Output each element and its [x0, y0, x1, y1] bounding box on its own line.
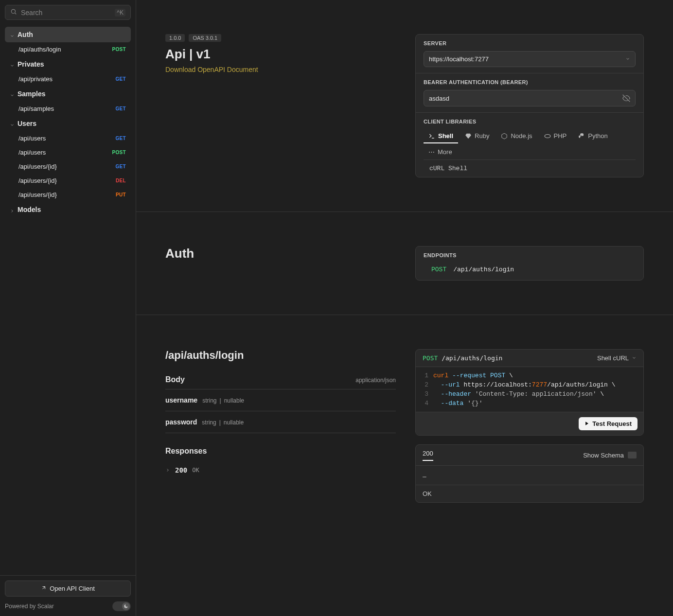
lib-tab-ruby[interactable]: Ruby	[460, 129, 494, 143]
sidebar-group-label: Privates	[18, 60, 44, 68]
sidebar-group-samples[interactable]: Samples	[5, 86, 131, 102]
server-label: SERVER	[424, 40, 636, 46]
method-badge: PUT	[116, 192, 126, 197]
sidebar-group-label: Samples	[18, 90, 46, 98]
sidebar-item[interactable]: /api/usersGET	[5, 131, 131, 145]
auth-label: BEARER AUTHENTICATION (BEARER)	[424, 79, 636, 85]
param-type: string|nullable	[202, 397, 244, 404]
code-line: 3 --header 'Content-Type: application/js…	[416, 389, 643, 399]
endpoints-label: ENDPOINTS	[416, 246, 643, 258]
method-badge: POST	[112, 47, 126, 52]
line-number: 1	[423, 372, 433, 379]
server-value: https://localhost:7277	[429, 55, 489, 63]
method-badge: GET	[116, 164, 126, 169]
open-api-client-label: Open API Client	[50, 585, 95, 592]
search-shortcut: ^K	[115, 9, 125, 17]
sidebar-item[interactable]: /api/users/{id}DEL	[5, 174, 131, 188]
sidebar-item[interactable]: /api/auths/loginPOST	[5, 42, 131, 56]
response-panel-code[interactable]: 200	[423, 450, 433, 461]
config-panel: SERVER https://localhost:7277 BEARER AUT…	[415, 34, 644, 177]
content-type: application/json	[355, 377, 396, 384]
sidebar-item-path: /api/users/{id}	[18, 177, 57, 184]
test-request-label: Test Request	[592, 420, 632, 427]
sidebar-item[interactable]: /api/privatesGET	[5, 72, 131, 86]
code-line: 2 --url https://localhost:7277/api/auths…	[416, 380, 643, 389]
code-line: 4 --data '{}'	[416, 399, 643, 408]
schema-icon	[628, 452, 637, 458]
oas-badge: OAS 3.0.1	[189, 34, 221, 42]
sidebar-item-path: /api/auths/login	[18, 46, 61, 53]
sidebar-group-models[interactable]: Models	[5, 202, 131, 217]
method-badge: POST	[112, 150, 126, 155]
code-block: 1curl --request POST \2 --url https://lo…	[416, 367, 643, 412]
response-code: 200	[175, 466, 187, 474]
auth-token-input[interactable]	[429, 95, 622, 102]
sidebar-group-auth[interactable]: Auth	[5, 27, 131, 42]
sidebar-item-path: /api/users/{id}	[18, 163, 57, 170]
svg-marker-5	[502, 133, 507, 139]
moon-icon	[122, 602, 130, 610]
response-body: …	[416, 466, 643, 485]
lib-tab-python[interactable]: Python	[573, 129, 612, 143]
lib-tab-php[interactable]: PHP	[539, 129, 572, 143]
sidebar-item[interactable]: /api/usersPOST	[5, 145, 131, 159]
main-content: 1.0.0 OAS 3.0.1 Api | v1 Download OpenAP…	[136, 0, 673, 616]
auth-section-title: Auth	[165, 246, 396, 261]
sidebar-nav: Auth/api/auths/loginPOSTPrivates/api/pri…	[0, 25, 136, 575]
search-icon	[10, 8, 17, 17]
sidebar-item[interactable]: /api/samplesGET	[5, 102, 131, 116]
lib-tab-nodejs[interactable]: Node.js	[496, 129, 537, 143]
php-icon	[544, 133, 551, 140]
request-lang-select[interactable]: Shell cURL	[597, 354, 637, 362]
sidebar-group-users[interactable]: Users	[5, 116, 131, 131]
ruby-icon	[465, 133, 472, 140]
api-title: Api | v1	[165, 47, 396, 62]
param-type: string|nullable	[202, 419, 244, 426]
method-badge: DEL	[116, 178, 126, 183]
response-panel: 200 Show Schema … OK	[415, 444, 644, 503]
endpoint-row[interactable]: POST /api/auths/login	[416, 261, 643, 280]
svg-marker-4	[465, 133, 471, 139]
test-request-button[interactable]: Test Request	[579, 417, 638, 430]
sidebar-item-path: /api/users	[18, 135, 46, 142]
method-badge: GET	[116, 76, 126, 82]
more-icon: ⋯	[428, 148, 435, 156]
response-row[interactable]: 200 OK	[165, 463, 396, 477]
lib-tab-more[interactable]: ⋯More	[424, 145, 457, 159]
open-external-icon	[41, 585, 47, 592]
chevron-right-icon	[165, 466, 170, 474]
request-path: /api/auths/login	[442, 354, 502, 362]
operation-title: /api/auths/login	[165, 349, 396, 362]
auth-group-section: Auth ENDPOINTS POST /api/auths/login	[136, 212, 673, 315]
sidebar-item[interactable]: /api/users/{id}GET	[5, 159, 131, 174]
sidebar-group-label: Models	[18, 206, 41, 213]
client-libs-tabs: ShellRubyNode.jsPHPPython⋯More	[424, 129, 636, 160]
open-api-client-button[interactable]: Open API Client	[5, 581, 131, 597]
search-box[interactable]: ^K	[5, 5, 131, 20]
svg-line-1	[15, 13, 17, 15]
download-openapi-link[interactable]: Download OpenAPI Document	[165, 66, 396, 73]
param-name: username	[165, 396, 197, 404]
server-select[interactable]: https://localhost:7277	[424, 51, 636, 67]
chevron-right-icon	[10, 207, 15, 212]
sidebar: ^K Auth/api/auths/loginPOSTPrivates/api/…	[0, 0, 136, 616]
sidebar-group-privates[interactable]: Privates	[5, 56, 131, 72]
sidebar-item-path: /api/users/{id}	[18, 191, 57, 198]
search-input[interactable]	[21, 9, 111, 17]
response-status-label: OK	[192, 467, 199, 474]
theme-toggle[interactable]	[112, 601, 131, 611]
chevron-down-icon	[10, 121, 15, 126]
response-status: OK	[416, 485, 643, 502]
lib-tab-shell[interactable]: Shell	[424, 129, 458, 143]
line-number: 3	[423, 390, 433, 398]
shell-icon	[428, 133, 435, 140]
method-badge: GET	[116, 106, 126, 111]
sidebar-item[interactable]: /api/users/{id}PUT	[5, 188, 131, 202]
chevron-down-icon	[632, 354, 637, 362]
show-schema-button[interactable]: Show Schema	[583, 450, 637, 460]
python-icon	[578, 133, 585, 140]
play-icon	[584, 420, 589, 427]
eye-off-icon[interactable]	[622, 94, 630, 102]
chevron-down-icon	[625, 55, 630, 63]
svg-marker-7	[585, 422, 588, 425]
